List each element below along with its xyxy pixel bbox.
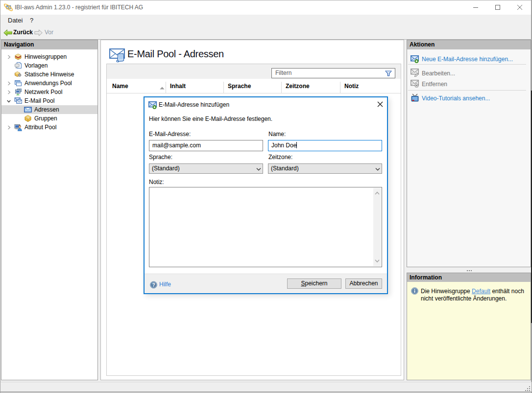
svg-text:?: ? bbox=[152, 282, 155, 288]
